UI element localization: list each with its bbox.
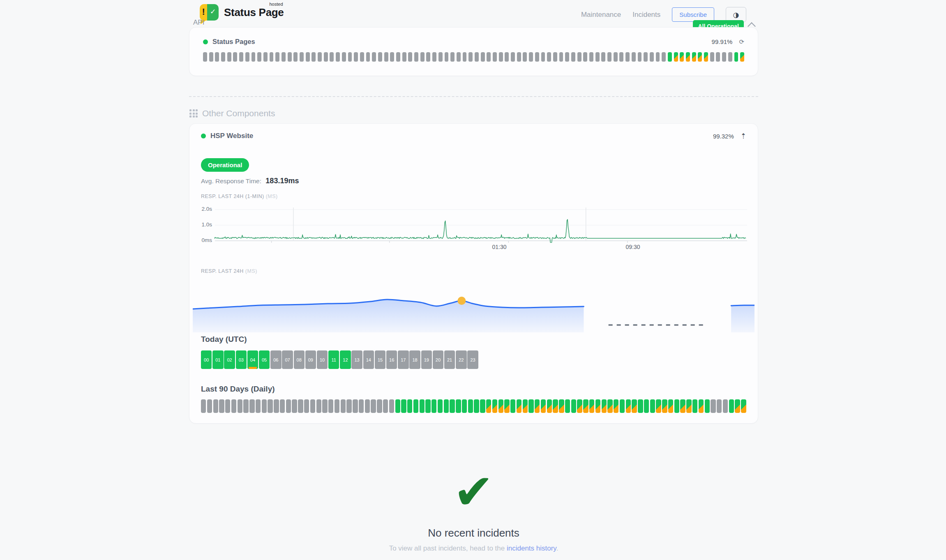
uptime-bar-none[interactable]	[263, 52, 268, 62]
uptime-bar-none[interactable]	[632, 52, 636, 62]
uptime-bar-none[interactable]	[619, 52, 623, 62]
logo[interactable]: ! ✓ Status Page hosted	[200, 4, 284, 21]
uptime-bar-up[interactable]	[444, 399, 449, 413]
uptime-bar-none[interactable]	[644, 52, 648, 62]
uptime-bar-none[interactable]	[535, 52, 539, 62]
uptime-bar-partial[interactable]	[577, 399, 582, 413]
uptime-bar-none[interactable]	[553, 52, 557, 62]
uptime-bar-none[interactable]	[662, 52, 666, 62]
uptime-bar-up[interactable]	[565, 399, 570, 413]
uptime-bar-partial[interactable]	[656, 399, 661, 413]
uptime-bar-none[interactable]	[372, 52, 376, 62]
uptime-bar-partial[interactable]	[614, 399, 618, 413]
uptime-bar-none[interactable]	[710, 52, 714, 62]
hour-cell-21[interactable]: 21	[444, 350, 455, 369]
uptime-bar-up[interactable]	[571, 399, 576, 413]
uptime-bar-none[interactable]	[286, 399, 291, 413]
hour-cell-08[interactable]: 08	[294, 350, 305, 369]
uptime-bar-none[interactable]	[324, 52, 328, 62]
uptime-bar-none[interactable]	[288, 52, 292, 62]
uptime-bar-none[interactable]	[233, 52, 237, 62]
hour-cell-10[interactable]: 10	[317, 350, 328, 369]
hour-cell-06[interactable]: 06	[270, 350, 281, 369]
uptime-bar-none[interactable]	[384, 52, 388, 62]
uptime-bar-none[interactable]	[201, 399, 206, 413]
uptime-bar-up[interactable]	[413, 399, 418, 413]
hour-cell-01[interactable]: 01	[212, 350, 223, 369]
uptime-bar-none[interactable]	[238, 399, 242, 413]
uptime-bar-none[interactable]	[481, 52, 485, 62]
uptime-bar-none[interactable]	[304, 399, 309, 413]
uptime-bar-none[interactable]	[565, 52, 569, 62]
uptime-bar-none[interactable]	[227, 52, 231, 62]
uptime-bar-none[interactable]	[330, 52, 334, 62]
hour-cell-04[interactable]: 04	[247, 350, 258, 369]
hour-cell-18[interactable]: 18	[409, 350, 420, 369]
uptime-bar-partial[interactable]	[492, 399, 497, 413]
uptime-bar-partial[interactable]	[626, 399, 631, 413]
hour-cell-14[interactable]: 14	[363, 350, 374, 369]
uptime-bar-none[interactable]	[638, 52, 642, 62]
uptime-bar-partial[interactable]	[741, 399, 746, 413]
uptime-bar-none[interactable]	[541, 52, 545, 62]
uptime-bar-partial[interactable]	[589, 399, 594, 413]
uptime-bar-none[interactable]	[383, 399, 388, 413]
uptime-bar-none[interactable]	[213, 399, 218, 413]
uptime-bar-up[interactable]	[734, 52, 738, 62]
uptime-bar-none[interactable]	[607, 52, 611, 62]
uptime-bar-none[interactable]	[215, 52, 219, 62]
uptime-bar-none[interactable]	[270, 52, 274, 62]
hour-cell-11[interactable]: 11	[328, 350, 339, 369]
uptime-bar-none[interactable]	[268, 399, 272, 413]
uptime-bar-up[interactable]	[474, 399, 479, 413]
uptime-bar-none[interactable]	[306, 52, 310, 62]
hour-cell-15[interactable]: 15	[375, 350, 385, 369]
uptime-bar-none[interactable]	[243, 399, 248, 413]
uptime-bar-up[interactable]	[438, 399, 443, 413]
uptime-bar-none[interactable]	[292, 399, 297, 413]
uptime-bar-none[interactable]	[219, 399, 224, 413]
nav-incidents[interactable]: Incidents	[632, 11, 660, 19]
hour-cell-09[interactable]: 09	[305, 350, 316, 369]
uptime-bar-none[interactable]	[225, 399, 230, 413]
hour-cell-13[interactable]: 13	[351, 350, 362, 369]
uptime-bar-none[interactable]	[426, 52, 430, 62]
uptime-bar-none[interactable]	[378, 52, 382, 62]
uptime-bar-none[interactable]	[231, 399, 236, 413]
uptime-bar-none[interactable]	[728, 52, 732, 62]
uptime-bar-up[interactable]	[729, 399, 734, 413]
uptime-bar-none[interactable]	[589, 52, 593, 62]
uptime-bar-up[interactable]	[462, 399, 467, 413]
uptime-bar-up[interactable]	[425, 399, 430, 413]
uptime-bar-partial[interactable]	[607, 399, 612, 413]
uptime-bar-partial[interactable]	[680, 52, 684, 62]
uptime-bar-up[interactable]	[431, 399, 436, 413]
uptime-bar-partial[interactable]	[686, 399, 691, 413]
uptime-bar-up[interactable]	[468, 399, 473, 413]
uptime-bar-partial[interactable]	[602, 399, 607, 413]
uptime-bar-none[interactable]	[274, 399, 279, 413]
uptime-bar-none[interactable]	[262, 399, 267, 413]
hour-cell-03[interactable]: 03	[236, 350, 247, 369]
uptime-bar-partial[interactable]	[699, 399, 704, 413]
uptime-bar-up[interactable]	[705, 399, 710, 413]
uptime-bar-none[interactable]	[293, 52, 298, 62]
uptime-bar-none[interactable]	[656, 52, 660, 62]
uptime-bar-partial[interactable]	[595, 399, 600, 413]
uptime-bar-none[interactable]	[420, 52, 425, 62]
uptime-bar-none[interactable]	[559, 52, 563, 62]
uptime-bar-none[interactable]	[505, 52, 509, 62]
uptime-bar-none[interactable]	[353, 399, 358, 413]
uptime-bar-none[interactable]	[601, 52, 605, 62]
uptime-bar-none[interactable]	[346, 399, 351, 413]
uptime-bar-partial[interactable]	[498, 399, 503, 413]
uptime-bar-up[interactable]	[401, 399, 406, 413]
hour-cell-22[interactable]: 22	[456, 350, 466, 369]
uptime-bar-none[interactable]	[614, 52, 618, 62]
hour-cell-02[interactable]: 02	[224, 350, 235, 369]
uptime-bar-partial[interactable]	[535, 399, 540, 413]
uptime-bar-none[interactable]	[280, 399, 285, 413]
uptime-bar-partial[interactable]	[692, 52, 696, 62]
uptime-bar-none[interactable]	[239, 52, 243, 62]
hour-cell-07[interactable]: 07	[282, 350, 293, 369]
